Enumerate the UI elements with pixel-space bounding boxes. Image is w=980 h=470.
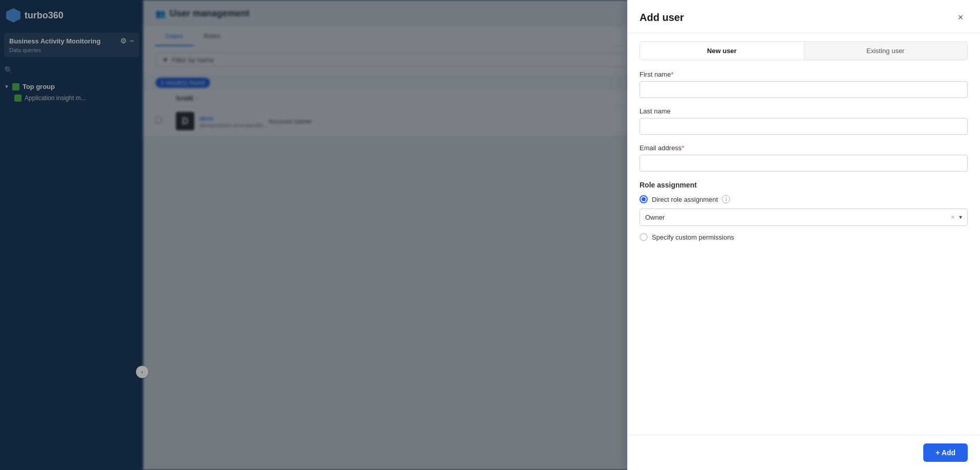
modal-form: First name* Last name Email address* Rol…: [627, 60, 980, 435]
first-name-input[interactable]: [640, 81, 968, 98]
last-name-input[interactable]: [640, 118, 968, 135]
direct-role-info-icon[interactable]: i: [722, 195, 730, 203]
last-name-group: Last name: [640, 107, 968, 135]
radio-custom-circle[interactable]: [640, 233, 648, 241]
email-label: Email address*: [640, 144, 968, 152]
tab-new-user[interactable]: New user: [640, 42, 804, 60]
add-button[interactable]: + Add: [923, 443, 968, 462]
first-name-label: First name*: [640, 70, 968, 78]
modal-title: Add user: [640, 12, 684, 24]
dropdown-selected-value: Owner: [645, 214, 951, 221]
role-dropdown[interactable]: Owner × ▾: [640, 208, 968, 226]
modal-close-button[interactable]: ×: [953, 10, 968, 25]
last-name-label: Last name: [640, 107, 968, 115]
modal-header: Add user ×: [627, 0, 980, 33]
modal-tabs: New user Existing user: [640, 41, 968, 60]
role-assignment-label: Role assignment: [640, 181, 968, 189]
radio-custom-label: Specify custom permissions: [652, 233, 734, 241]
tab-existing-user[interactable]: Existing user: [804, 42, 967, 60]
email-group: Email address*: [640, 144, 968, 172]
first-name-group: First name*: [640, 70, 968, 98]
role-assignment-group: Role assignment Direct role assignment i…: [640, 181, 968, 241]
dropdown-clear-button[interactable]: ×: [951, 213, 955, 221]
modal-footer: + Add: [627, 435, 980, 470]
radio-custom-permissions[interactable]: Specify custom permissions: [640, 233, 968, 241]
radio-direct-label: Direct role assignment: [652, 196, 718, 203]
radio-direct-role[interactable]: Direct role assignment i: [640, 195, 968, 203]
dropdown-arrow-icon[interactable]: ▾: [959, 214, 962, 221]
add-user-modal: Add user × New user Existing user First …: [627, 0, 980, 470]
email-input[interactable]: [640, 155, 968, 172]
radio-direct-circle[interactable]: [640, 195, 648, 203]
modal-overlay: Add user × New user Existing user First …: [0, 0, 980, 470]
